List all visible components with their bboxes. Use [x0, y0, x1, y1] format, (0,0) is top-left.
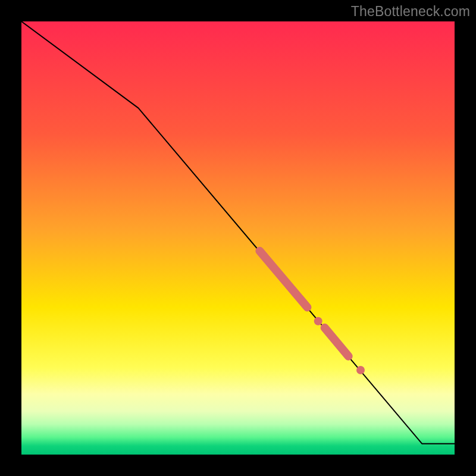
chart-frame: TheBottleneck.com [0, 0, 476, 476]
main-curve [21, 21, 455, 444]
highlight-dot-2 [356, 366, 365, 374]
highlight-segment-1 [259, 251, 307, 308]
watermark-text: TheBottleneck.com [351, 4, 470, 20]
highlight-segment-2 [325, 328, 349, 356]
plot-area [21, 21, 455, 455]
chart-svg [21, 21, 455, 455]
highlight-dot-1 [314, 317, 322, 325]
